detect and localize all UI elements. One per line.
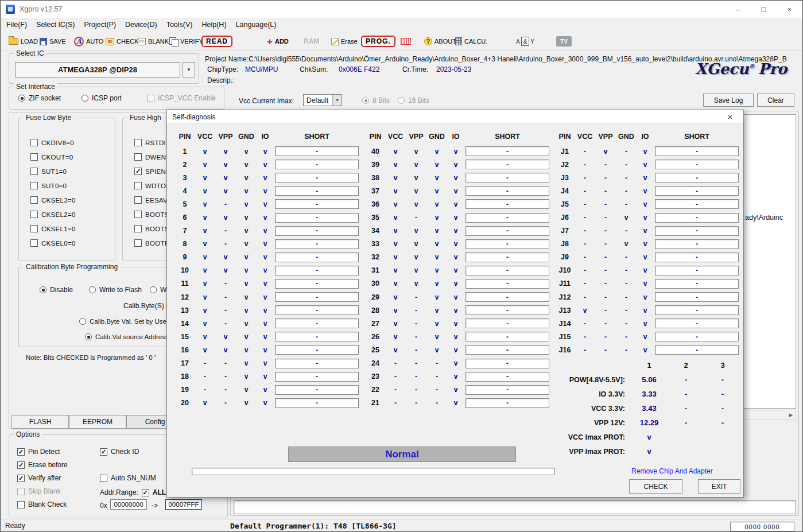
checkbox[interactable] <box>100 448 107 456</box>
all-checkbox[interactable] <box>142 489 149 496</box>
about-button[interactable]: ABOUT <box>424 34 456 49</box>
exit-button[interactable]: EXIT <box>698 479 740 494</box>
verify-after-checkbox[interactable]: Verify after <box>17 474 61 482</box>
calcu-button[interactable]: CALCU. <box>455 34 487 49</box>
checkbox[interactable] <box>17 448 25 456</box>
blank-button[interactable]: BLANK <box>138 34 169 49</box>
radio[interactable] <box>40 286 46 293</box>
pin-detect-checkbox[interactable]: Pin Detect <box>17 448 60 456</box>
check-id-checkbox[interactable]: Check ID <box>100 448 139 456</box>
checkbox[interactable] <box>100 475 107 482</box>
menu-item-1[interactable]: Select IC(S) <box>36 21 75 29</box>
pin-mark: v <box>236 227 257 235</box>
zif-socket-radio[interactable]: ZIF socket <box>18 94 61 102</box>
checkbox[interactable] <box>17 501 25 508</box>
menu-item-0[interactable]: File(F) <box>6 21 27 29</box>
addr-to-input[interactable]: 00007FFF <box>165 499 202 510</box>
scroll-right-arrow-icon[interactable] <box>786 410 796 419</box>
fuse-checkbox-row[interactable]: CKOUT=0 <box>19 150 115 164</box>
calib-user-radio[interactable]: Calib.Byte Val. Set by User <box>79 318 169 325</box>
radio[interactable] <box>150 286 157 293</box>
ic-dropdown-button[interactable] <box>183 62 195 77</box>
short-field: - <box>655 266 739 275</box>
auto-button[interactable]: AUTO <box>74 34 103 49</box>
blank-check-checkbox[interactable]: Blank Check <box>17 500 67 508</box>
logic-button[interactable]: A&Y <box>516 34 534 49</box>
checkbox[interactable] <box>30 139 38 146</box>
radio[interactable] <box>85 333 92 340</box>
read-button[interactable]: READ <box>201 34 232 49</box>
checkbox[interactable] <box>30 211 38 218</box>
pin-label: 13 <box>175 306 195 314</box>
icsp-port-radio[interactable]: ICSP port <box>82 94 122 102</box>
checkbox[interactable] <box>134 225 142 232</box>
check-button-dialog[interactable]: CHECK <box>629 479 682 494</box>
verify-button[interactable]: VERIFY <box>169 34 203 49</box>
menu-item-3[interactable]: Device(D) <box>125 21 157 29</box>
fuse-checkbox-row[interactable]: CKSEL1=0 <box>19 222 115 236</box>
pin-mark: v <box>195 213 215 222</box>
checkbox[interactable] <box>30 239 38 247</box>
checkbox[interactable] <box>134 196 142 204</box>
checkbox[interactable] <box>17 461 25 469</box>
maximize-button[interactable]: □ <box>751 1 777 18</box>
tab-eeprom[interactable]: EEPROM <box>69 415 126 429</box>
menu-item-4[interactable]: Tools(V) <box>166 21 193 29</box>
checkbox[interactable] <box>17 475 25 482</box>
erase-before-checkbox[interactable]: Erase before <box>17 461 68 469</box>
dialog-close-button[interactable]: × <box>722 110 738 124</box>
fuse-checkbox-row[interactable]: CKDIV8=0 <box>19 135 115 150</box>
checkbox[interactable] <box>134 182 142 189</box>
fuse-checkbox-row[interactable]: CKSEL2=0 <box>19 207 115 222</box>
checkbox[interactable] <box>30 168 38 175</box>
checkbox[interactable] <box>134 139 142 146</box>
checkbox[interactable] <box>30 196 38 204</box>
clear-button[interactable]: Clear <box>757 94 794 107</box>
radio[interactable] <box>18 95 25 102</box>
checkbox[interactable] <box>134 153 142 161</box>
meas-row-label: POW[4.8V-5.5V]: <box>534 376 631 384</box>
checkbox[interactable] <box>134 168 142 175</box>
fuse-checkbox-row[interactable]: SUT0=0 <box>19 178 115 193</box>
erase-button[interactable]: Erase <box>331 34 358 49</box>
checkbox[interactable] <box>134 239 142 247</box>
fuse-checkbox-row[interactable]: CKSEL3=0 <box>19 193 115 207</box>
menu-item-5[interactable]: Help(H) <box>201 21 226 29</box>
chip-button[interactable] <box>401 34 411 49</box>
tv-button[interactable]: TV <box>556 34 572 49</box>
diag-header: PINVCCVPPGNDIOSHORT <box>555 129 740 145</box>
radio[interactable] <box>79 318 86 325</box>
auto-sn-checkbox[interactable]: Auto SN_NUM <box>100 474 156 482</box>
load-button[interactable]: LOAD <box>9 34 38 49</box>
minimize-button[interactable]: – <box>725 1 751 18</box>
save-log-button[interactable]: Save Log <box>703 94 754 107</box>
diag-row: 23---v- <box>366 370 550 383</box>
diag-row: 31vvvv- <box>366 264 550 277</box>
addr-from-input[interactable]: 00000000 <box>110 499 147 510</box>
vcc-imax-select[interactable]: Default <box>303 94 342 106</box>
radio[interactable] <box>82 95 88 102</box>
menu-item-2[interactable]: Project(P) <box>84 21 117 29</box>
check-button[interactable]: CHECK <box>106 34 139 49</box>
calib-source-radio[interactable]: Calib.Val source Address : <box>85 333 172 340</box>
fuse-checkbox-row[interactable]: CKSEL0=0 <box>19 236 115 250</box>
checkbox <box>17 488 25 495</box>
checkbox[interactable] <box>30 182 38 189</box>
diag-row: 32vvvv- <box>366 251 550 264</box>
save-button[interactable]: SAVE <box>40 34 66 49</box>
meas-row-label: VCC 3.3V: <box>534 405 631 413</box>
add-button[interactable]: ADD <box>267 34 289 49</box>
checkbox[interactable] <box>30 153 38 161</box>
fuse-checkbox-row[interactable]: SUT1=0 <box>19 164 115 178</box>
radio[interactable] <box>89 286 96 293</box>
short-field: - <box>465 345 549 355</box>
prog-button[interactable]: PROG. <box>361 34 395 49</box>
selected-ic[interactable]: ATMEGA328P @DIP28 <box>15 62 180 77</box>
close-button[interactable]: × <box>777 1 802 18</box>
calib-disable-radio[interactable]: Disable <box>40 286 73 294</box>
checkbox[interactable] <box>30 225 38 232</box>
menu-item-6[interactable]: Language(L) <box>236 21 277 29</box>
tab-flash[interactable]: FLASH <box>11 415 69 429</box>
calib-write-flash-radio[interactable]: Write to Flash <box>89 286 142 294</box>
checkbox[interactable] <box>134 211 142 218</box>
